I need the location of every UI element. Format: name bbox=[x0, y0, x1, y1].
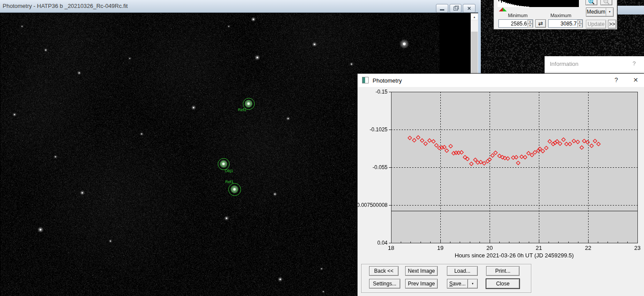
x-tick-label: 21 bbox=[536, 245, 542, 251]
scroll-up-button[interactable]: ▲ bbox=[471, 13, 478, 20]
scroll-up-icon: ▲ bbox=[473, 15, 476, 18]
swap-min-max-button[interactable]: ⇄ bbox=[535, 19, 546, 28]
next-image-button[interactable]: Next Image bbox=[405, 266, 438, 276]
quality-value: Medium bbox=[586, 8, 606, 16]
histogram-display[interactable] bbox=[498, 0, 579, 7]
restore-icon bbox=[454, 7, 458, 11]
minimize-icon bbox=[440, 9, 444, 11]
main-window-titlebar[interactable]: Photometry - HATP36 b _20210326_Rc-049Rc… bbox=[0, 0, 481, 13]
range-marker-high-icon bbox=[503, 7, 507, 11]
chart-x-axis-label: Hours since 2021-03-26 0h UT (JD 2459299… bbox=[391, 252, 637, 259]
range-marker-low-icon bbox=[499, 7, 503, 11]
information-panel: Information ? bbox=[545, 56, 644, 73]
restore-button[interactable] bbox=[450, 4, 461, 13]
print-button[interactable]: Print... bbox=[486, 266, 520, 276]
quality-dropdown[interactable]: Medium ▼ bbox=[586, 7, 614, 17]
minimize-button[interactable] bbox=[436, 4, 448, 13]
maximum-spinbox: ▲▼ bbox=[548, 19, 583, 28]
save-button[interactable]: Save... bbox=[447, 279, 468, 289]
minimum-spinner[interactable]: ▲▼ bbox=[527, 20, 533, 27]
x-tick-label: 18 bbox=[388, 245, 394, 251]
zoom-out-button[interactable] bbox=[600, 0, 612, 5]
maximum-spinner[interactable]: ▲▼ bbox=[577, 20, 582, 27]
dialog-title: Photometry bbox=[373, 77, 402, 84]
spin-up-icon[interactable]: ▲ bbox=[577, 20, 582, 24]
close-icon: ✕ bbox=[467, 6, 471, 11]
marker-label-ref2: Ref2 bbox=[238, 108, 246, 112]
zoom-out-icon bbox=[603, 0, 610, 4]
minimum-label: Minimum bbox=[500, 13, 535, 18]
levels-panel: Minimum Maximum ▲▼ ⇄ ▲▼ bbox=[494, 0, 617, 29]
histogram-range-marker[interactable] bbox=[499, 7, 507, 11]
dialog-button-group: Back << Next Image Load... Print... Sett… bbox=[361, 264, 531, 293]
background-window-border bbox=[618, 6, 644, 14]
back-button[interactable]: Back << bbox=[369, 266, 399, 276]
y-tick-label: -0.055 bbox=[373, 164, 388, 170]
y-tick-label: -0.15 bbox=[376, 89, 388, 95]
histogram-bar bbox=[528, 7, 529, 7]
x-tick-label: 19 bbox=[437, 245, 443, 251]
prev-image-button[interactable]: Prev Image bbox=[405, 279, 438, 289]
close-dialog-button[interactable]: Close bbox=[486, 279, 520, 289]
photometry-dialog: Photometry ? ✕ 181920212223-0.15-0.1025-… bbox=[357, 73, 644, 296]
x-tick-label: 22 bbox=[585, 245, 591, 251]
marker-label-obj1: Obj1 bbox=[225, 169, 233, 173]
zoom-in-icon bbox=[588, 0, 595, 4]
y-tick-label: -0.1025 bbox=[370, 126, 388, 133]
zoom-in-button[interactable] bbox=[585, 0, 597, 5]
spin-down-icon[interactable]: ▼ bbox=[527, 24, 533, 28]
marker-circle-obj1[interactable] bbox=[220, 161, 227, 167]
dialog-close-button[interactable]: ✕ bbox=[632, 76, 639, 83]
spin-up-icon[interactable]: ▲ bbox=[527, 20, 533, 24]
main-window-title: Photometry - HATP36 b _20210326_Rc-049Rc… bbox=[3, 3, 128, 9]
load-button[interactable]: Load... bbox=[447, 266, 478, 276]
save-dropdown-arrow[interactable]: ▼ bbox=[468, 279, 478, 289]
settings-button[interactable]: Settings... bbox=[369, 279, 400, 289]
dialog-app-icon bbox=[362, 77, 369, 83]
dialog-titlebar[interactable]: Photometry ? ✕ bbox=[358, 74, 644, 87]
minimum-spinbox: ▲▼ bbox=[498, 19, 533, 28]
dropdown-arrow-icon[interactable]: ▼ bbox=[606, 8, 613, 16]
screen: Photometry - HATP36 b _20210326_Rc-049Rc… bbox=[0, 0, 644, 296]
y-tick-label: -0.007500008 bbox=[358, 202, 388, 208]
marker-circle-ref2[interactable] bbox=[245, 100, 252, 107]
minimum-input[interactable] bbox=[499, 20, 528, 27]
y-tick-label: 0.04 bbox=[377, 240, 388, 246]
maximum-input[interactable] bbox=[549, 20, 578, 27]
information-help-button[interactable]: ? bbox=[633, 60, 636, 67]
dialog-help-button[interactable]: ? bbox=[613, 76, 620, 83]
maximum-label: Maximum bbox=[543, 13, 578, 18]
close-window-button[interactable]: ✕ bbox=[463, 4, 476, 13]
x-tick-label: 20 bbox=[487, 245, 493, 251]
light-curve-chart[interactable]: 181920212223-0.15-0.1025-0.055-0.0075000… bbox=[358, 87, 644, 263]
information-panel-title: Information bbox=[550, 61, 578, 67]
x-tick-label: 23 bbox=[634, 245, 640, 251]
marker-circle-ref1[interactable] bbox=[231, 186, 238, 193]
spin-down-icon[interactable]: ▼ bbox=[577, 24, 582, 28]
update-button[interactable]: Update bbox=[586, 20, 606, 29]
marker-label-ref1: Ref1 bbox=[225, 180, 234, 184]
expand-panel-button[interactable]: >> bbox=[608, 20, 616, 29]
